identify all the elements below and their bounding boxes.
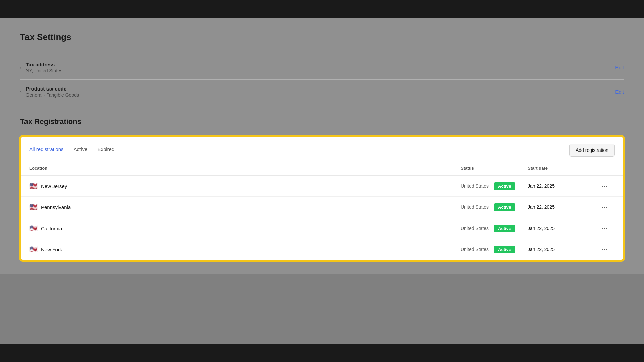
column-header-location: Location: [29, 166, 461, 171]
status-badge-pa: Active: [494, 203, 515, 211]
tab-active[interactable]: Active: [74, 146, 88, 158]
table-header-row: Location Status Start date: [21, 161, 623, 176]
status-col-ca: United States Active: [461, 225, 528, 232]
table-row: 🇺🇸 New York United States Active Jan 22,…: [21, 239, 623, 260]
country-ca: United States: [461, 226, 489, 231]
registrations-table: Location Status Start date 🇺🇸 New Jersey…: [21, 161, 623, 260]
tax-settings-section: › Tax address NY, United States Edit › P…: [20, 56, 624, 104]
more-actions-button-ca[interactable]: ⋯: [595, 223, 615, 233]
location-name-ny: New York: [41, 247, 62, 252]
date-ca: Jan 22, 2025: [528, 226, 595, 231]
chevron-right-icon: ›: [20, 65, 22, 70]
location-name-nj: New Jersey: [41, 183, 67, 189]
more-actions-button-nj[interactable]: ⋯: [595, 181, 615, 191]
status-col-pa: United States Active: [461, 203, 528, 211]
table-row: 🇺🇸 Pennsylvania United States Active Jan…: [21, 197, 623, 218]
tax-address-label: Tax address: [26, 62, 62, 67]
tax-address-left: › Tax address NY, United States: [20, 62, 62, 73]
flag-icon-ny: 🇺🇸: [29, 245, 38, 253]
flag-icon-pa: 🇺🇸: [29, 203, 38, 211]
status-badge-ca: Active: [494, 225, 515, 232]
top-bar: [0, 0, 644, 18]
table-row: 🇺🇸 California United States Active Jan 2…: [21, 218, 623, 239]
more-actions-button-ny[interactable]: ⋯: [595, 244, 615, 254]
status-badge-nj: Active: [494, 182, 515, 190]
tax-address-edit-link[interactable]: Edit: [615, 65, 624, 70]
tab-all-registrations[interactable]: All registrations: [29, 146, 64, 158]
location-name-ca: California: [41, 226, 62, 231]
column-header-status: Status: [461, 166, 528, 171]
chevron-right-icon-2: ›: [20, 89, 22, 95]
tax-settings-title: Tax Settings: [20, 32, 624, 42]
location-cell-pa: 🇺🇸 Pennsylvania: [29, 203, 461, 211]
status-col-ny: United States Active: [461, 246, 528, 253]
tax-address-value: NY, United States: [26, 68, 62, 73]
more-actions-button-pa[interactable]: ⋯: [595, 202, 615, 212]
tabs-header: All registrations Active Expired Add reg…: [21, 137, 623, 161]
add-registration-button[interactable]: Add registration: [569, 144, 615, 157]
location-cell-nj: 🇺🇸 New Jersey: [29, 182, 461, 190]
tax-address-item: › Tax address NY, United States Edit: [20, 56, 624, 80]
location-cell-ca: 🇺🇸 California: [29, 224, 461, 232]
country-nj: United States: [461, 183, 489, 189]
tab-expired[interactable]: Expired: [97, 146, 114, 158]
status-col-nj: United States Active: [461, 182, 528, 190]
flag-icon-ca: 🇺🇸: [29, 224, 38, 232]
registrations-card: All registrations Active Expired Add reg…: [20, 136, 624, 261]
column-header-start-date: Start date: [528, 166, 595, 171]
country-pa: United States: [461, 204, 489, 210]
date-pa: Jan 22, 2025: [528, 204, 595, 210]
content-area: Tax Settings › Tax address NY, United St…: [0, 18, 644, 274]
product-tax-code-item: › Product tax code General - Tangible Go…: [20, 80, 624, 104]
location-name-pa: Pennsylvania: [41, 204, 71, 210]
bottom-bar: [0, 344, 644, 362]
status-badge-ny: Active: [494, 246, 515, 253]
product-tax-code-info: Product tax code General - Tangible Good…: [26, 86, 79, 98]
tax-address-info: Tax address NY, United States: [26, 62, 62, 73]
product-tax-code-label: Product tax code: [26, 86, 79, 92]
location-cell-ny: 🇺🇸 New York: [29, 245, 461, 253]
table-row: 🇺🇸 New Jersey United States Active Jan 2…: [21, 176, 623, 197]
product-tax-code-value: General - Tangible Goods: [26, 92, 79, 98]
date-nj: Jan 22, 2025: [528, 183, 595, 189]
column-header-actions: [595, 166, 615, 171]
product-tax-code-left: › Product tax code General - Tangible Go…: [20, 86, 79, 98]
product-tax-code-edit-link[interactable]: Edit: [615, 89, 624, 95]
flag-icon-nj: 🇺🇸: [29, 182, 38, 190]
tabs-left: All registrations Active Expired: [29, 146, 114, 158]
date-ny: Jan 22, 2025: [528, 247, 595, 252]
country-ny: United States: [461, 247, 489, 252]
tax-registrations-title: Tax Registrations: [20, 117, 624, 126]
